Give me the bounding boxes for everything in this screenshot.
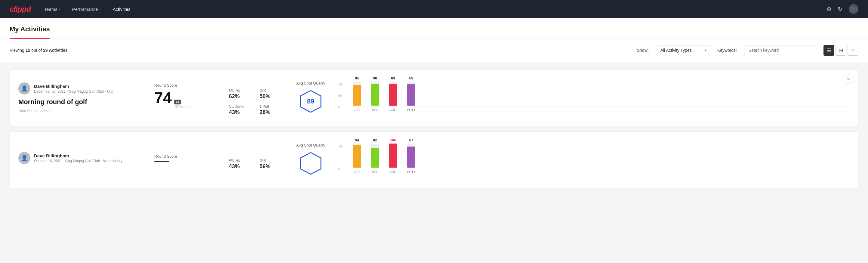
quality-title-1: Avg Shot Quality xyxy=(296,81,326,85)
score-badge-1: +4 xyxy=(174,99,181,105)
arg-bar-container-1 xyxy=(389,82,397,106)
score-placeholder-2 xyxy=(154,161,169,162)
app-value-2: 82 xyxy=(373,138,377,142)
list-view-button[interactable]: ☰ xyxy=(824,45,834,56)
oneputt-value-1: 28% xyxy=(259,109,283,116)
bar-chart-2: 94 OTT 82 APP 106 xyxy=(348,145,850,181)
chart-wrapper-2: 100 0 94 OTT 82 APP xyxy=(338,145,850,181)
page-title: My Activities xyxy=(10,18,50,39)
putt-bar-fill-2 xyxy=(407,147,415,168)
user-date-1: December 05, 2021 - Gog Magog Golf Club … xyxy=(34,89,113,94)
nav-performance[interactable]: Performance ▾ xyxy=(71,7,102,12)
y-label-0-2: 0 xyxy=(338,168,340,171)
round-score-1: 74 +4 18 Holes xyxy=(154,90,223,109)
view-toggles: ☰ ⊞ ≡ xyxy=(824,45,858,56)
bar-arg-1: 89 ARG xyxy=(389,76,397,112)
small-stats-1: FW Hit 62% GIR 50% Up/Down 43% 1 Putt 28… xyxy=(223,80,283,116)
round-score-section-1: Round Score 74 +4 18 Holes xyxy=(145,83,223,113)
round-score-2 xyxy=(154,161,223,162)
y-label-100: 100 xyxy=(338,83,343,86)
user-avatar-icon-2: 👤 xyxy=(21,155,28,161)
score-holes-1: 18 Holes xyxy=(174,105,189,109)
gir-label-1: GIR xyxy=(259,88,283,93)
filter-bar: Viewing 12 out of 29 Activities Show: Al… xyxy=(0,39,868,62)
activity-type-selector[interactable]: All Activity Types Rounds Practice xyxy=(656,45,710,55)
bar-arg-2: 106 ARG xyxy=(389,138,397,174)
app-bar-fill-1 xyxy=(371,84,379,106)
fw-hit-1: FW Hit 62% xyxy=(229,88,252,99)
activity-title-1: Morning round of golf xyxy=(18,98,145,106)
data-source-1: Data Source: Arccos xyxy=(18,109,145,113)
navbar: clippd Teams ▾ Performance ▾ Activities … xyxy=(0,0,868,18)
app-value-1: 90 xyxy=(373,76,377,80)
putt-value-2: 87 xyxy=(409,138,413,142)
putt-bar-container-1 xyxy=(407,82,415,106)
nav-activities[interactable]: Activities xyxy=(112,7,132,12)
refresh-icon[interactable]: ↻ xyxy=(838,5,843,12)
y-label-100-2: 100 xyxy=(338,145,343,148)
arg-bar-container-2 xyxy=(389,144,397,168)
updown-label-1: Up/Down xyxy=(229,105,252,109)
app-bar-container-1 xyxy=(371,82,379,106)
arg-label-2: ARG xyxy=(390,170,397,174)
avg-shot-quality-2: Avg Shot Quality xyxy=(283,143,331,177)
viewing-count: 12 xyxy=(26,48,30,53)
viewing-text: Viewing 12 out of 29 Activities xyxy=(10,48,630,53)
round-score-label-2: Round Score xyxy=(154,154,223,158)
arg-value-2: 106 xyxy=(390,138,396,142)
putt-bar-fill-1 xyxy=(407,84,415,106)
putt-bar-container-2 xyxy=(407,144,415,168)
chart-1: 100 50 0 85 OTT 90 xyxy=(331,77,850,119)
bar-chart-1: 85 OTT 90 APP xyxy=(348,83,850,119)
avatar[interactable]: 👤 ▾ xyxy=(849,4,858,14)
score-number-1: 74 xyxy=(154,90,172,106)
avatar-chevron-icon: ▾ xyxy=(856,7,857,11)
round-score-section-2: Round Score xyxy=(145,154,223,166)
compact-view-button[interactable]: ≡ xyxy=(847,45,858,56)
ott-value-1: 85 xyxy=(355,76,359,80)
teams-chevron-icon: ▾ xyxy=(59,7,60,11)
add-icon[interactable]: ⊕ xyxy=(827,5,832,12)
activity-card-1: ✎ 👤 Dave Billingham December 05, 2021 - … xyxy=(10,69,858,126)
chart-2: 100 0 94 OTT 82 APP xyxy=(331,139,850,181)
ott-bar-container-1 xyxy=(353,82,361,106)
keyword-search-input[interactable] xyxy=(744,45,816,55)
small-stats-2: FW Hit 43% GIR 56% xyxy=(223,150,283,170)
user-info-1: 👤 Dave Billingham December 05, 2021 - Go… xyxy=(18,83,145,94)
activity-type-select[interactable]: All Activity Types Rounds Practice xyxy=(656,45,710,55)
card-left-1: 👤 Dave Billingham December 05, 2021 - Go… xyxy=(18,83,145,113)
ott-bar-container-2 xyxy=(353,144,361,168)
svg-marker-1 xyxy=(301,152,321,174)
avatar-icon: 👤 xyxy=(850,7,856,11)
ott-label-1: OTT xyxy=(354,108,360,112)
bar-putt-2: 87 PUTT xyxy=(407,138,416,174)
nav-teams[interactable]: Teams ▾ xyxy=(43,7,61,12)
hex-number-1: 89 xyxy=(307,97,314,105)
putt-label-2: PUTT xyxy=(407,170,416,174)
updown-1: Up/Down 43% xyxy=(229,105,252,116)
keywords-label: Keywords: xyxy=(717,48,737,53)
user-info-2: 👤 Dave Billingham October 16, 2021 - Gog… xyxy=(18,152,145,164)
user-avatar-icon-1: 👤 xyxy=(21,85,28,92)
grid-view-button[interactable]: ⊞ xyxy=(836,45,846,56)
chart-wrapper-1: 100 50 0 85 OTT 90 xyxy=(338,83,850,119)
fw-hit-2: FW Hit 43% xyxy=(229,158,252,170)
arg-bar-fill-2 xyxy=(389,144,397,168)
activities-list: ✎ 👤 Dave Billingham December 05, 2021 - … xyxy=(0,62,868,196)
arg-value-1: 89 xyxy=(391,76,395,80)
ott-bar-fill-1 xyxy=(353,85,361,106)
ott-value-2: 94 xyxy=(355,138,359,142)
bar-ott-1: 85 OTT xyxy=(353,76,361,112)
bar-ott-2: 94 OTT xyxy=(353,138,361,174)
nav-links: Teams ▾ Performance ▾ Activities xyxy=(43,7,814,12)
arg-bar-fill-1 xyxy=(389,84,397,106)
round-score-label-1: Round Score xyxy=(154,83,223,88)
quality-title-2: Avg Shot Quality xyxy=(296,143,326,147)
nav-right: ⊕ ↻ 👤 ▾ xyxy=(827,4,858,14)
app-bar-fill-2 xyxy=(371,148,379,168)
hexagon-wrapper-1: 89 xyxy=(297,88,324,115)
app-label-1: APP xyxy=(372,108,378,112)
gir-value-2: 56% xyxy=(259,164,283,170)
avatar-1: 👤 xyxy=(18,83,30,94)
oneputt-1: 1 Putt 28% xyxy=(259,105,283,116)
